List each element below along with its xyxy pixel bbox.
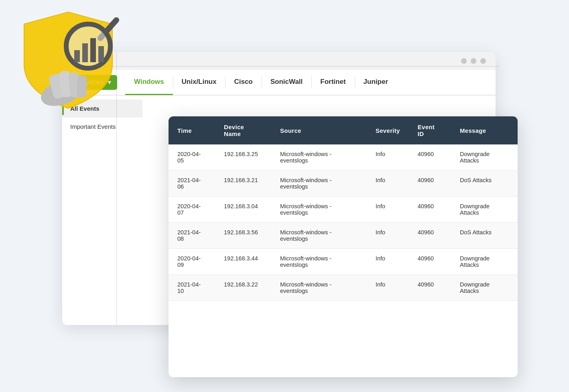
cell-time: 2020-04-07 [169, 197, 215, 223]
tab-fortinet[interactable]: Fortinet [311, 69, 354, 95]
cell-source: Microsoft-windows - eventslogs [271, 223, 367, 249]
tab-cisco[interactable]: Cisco [225, 69, 261, 95]
cell-severity: Info [367, 144, 409, 171]
cell-severity: Info [367, 223, 409, 249]
col-source: Source [271, 116, 367, 144]
cell-event-id: 40960 [409, 197, 451, 223]
cell-source: Microsoft-windows - eventslogs [271, 275, 367, 301]
cell-severity: Info [367, 275, 409, 301]
window-dot-1 [461, 58, 467, 64]
table-row: 2021-04-06192.168.3.21Microsoft-windows … [169, 171, 518, 197]
svg-rect-14 [90, 38, 96, 62]
svg-rect-12 [74, 50, 80, 62]
cell-event-id: 40960 [409, 249, 451, 275]
events-table: Time Device Name Source Severity Event I… [169, 116, 518, 301]
data-table-window: Time Device Name Source Severity Event I… [169, 116, 518, 377]
cell-event-id: 40960 [409, 144, 451, 171]
window-dot-3 [480, 58, 486, 64]
cell-device-name: 192.168.3.22 [215, 275, 271, 301]
cell-message: DoS Attacks [451, 171, 518, 197]
table-row: 2021-04-08192.168.3.56Microsoft-windows … [169, 223, 518, 249]
col-device-name: Device Name [215, 116, 271, 144]
cell-time: 2021-04-10 [169, 275, 215, 301]
table-row: 2020-04-09192.168.3.44Microsoft-windows … [169, 249, 518, 275]
col-time: Time [169, 116, 215, 144]
cell-time: 2020-04-09 [169, 249, 215, 275]
cell-severity: Info [367, 171, 409, 197]
table-header-row: Time Device Name Source Severity Event I… [169, 116, 518, 144]
svg-rect-15 [98, 46, 104, 62]
svg-rect-9 [77, 75, 87, 98]
cell-device-name: 192.168.3.25 [215, 144, 271, 171]
cell-device-name: 192.168.3.44 [215, 249, 271, 275]
cell-message: Downgrade Attacks [451, 144, 518, 171]
cell-event-id: 40960 [409, 171, 451, 197]
cell-source: Microsoft-windows - eventslogs [271, 197, 367, 223]
cell-time: 2021-04-06 [169, 171, 215, 197]
svg-rect-13 [82, 43, 88, 62]
cell-source: Microsoft-windows - eventslogs [271, 249, 367, 275]
cell-device-name: 192.168.3.04 [215, 197, 271, 223]
cell-severity: Info [367, 249, 409, 275]
cell-message: Downgrade Attacks [451, 249, 518, 275]
tab-unix-linux[interactable]: Unix/Linux [173, 69, 226, 95]
cell-time: 2021-04-08 [169, 223, 215, 249]
cell-source: Microsoft-windows - eventslogs [271, 171, 367, 197]
col-event-id: Event ID [409, 116, 451, 144]
table-row: 2020-04-05192.168.3.25Microsoft-windows … [169, 144, 518, 171]
cell-source: Microsoft-windows - eventslogs [271, 144, 367, 171]
tab-juniper[interactable]: Juniper [355, 69, 397, 95]
cell-severity: Info [367, 197, 409, 223]
window-dot-2 [471, 58, 476, 64]
tab-sonicwall[interactable]: SonicWall [262, 69, 312, 95]
cell-message: Downgrade Attacks [451, 275, 518, 301]
cell-message: DoS Attacks [451, 223, 518, 249]
table-row: 2020-04-07192.168.3.04Microsoft-windows … [169, 197, 518, 223]
table-row: 2021-04-10192.168.3.22Microsoft-windows … [169, 275, 518, 301]
cell-message: Downgrade Attacks [451, 197, 518, 223]
col-message: Message [451, 116, 518, 144]
cell-event-id: 40960 [409, 275, 451, 301]
table-wrapper: Time Device Name Source Severity Event I… [169, 116, 518, 301]
col-severity: Severity [367, 116, 409, 144]
cell-device-name: 192.168.3.21 [215, 171, 271, 197]
cell-time: 2020-04-05 [169, 144, 215, 171]
cell-event-id: 40960 [409, 223, 451, 249]
cell-device-name: 192.168.3.56 [215, 223, 271, 249]
hero-illustration [0, 0, 144, 128]
